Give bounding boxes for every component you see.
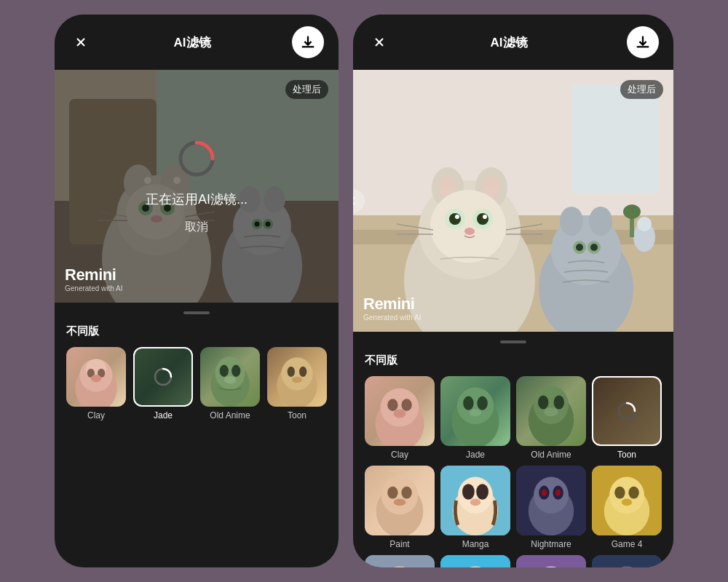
right-filter-nightmare[interactable]: Nightmare	[516, 466, 586, 549]
right-filter-game[interactable]: Game	[592, 555, 662, 567]
right-bottom-panel: 不同版 Clay	[353, 332, 673, 567]
right-thumb-old-anime	[516, 376, 586, 446]
right-download-button[interactable]	[627, 26, 659, 58]
right-filter-jade[interactable]: Jade	[440, 376, 510, 460]
right-close-button[interactable]	[368, 31, 391, 54]
jade-loading-overlay	[135, 348, 191, 405]
filter-thumb-clay	[66, 347, 126, 407]
svg-point-78	[576, 244, 583, 251]
filter-label-jade: Jade	[154, 410, 173, 420]
svg-point-46	[299, 367, 306, 377]
left-remini-logo: Remini Generated with AI	[65, 266, 123, 292]
right-filter-paint[interactable]: Paint	[365, 466, 435, 549]
toon-loading-overlay	[593, 378, 660, 445]
left-download-button[interactable]	[292, 26, 324, 58]
right-filter-toon[interactable]: Toon	[592, 376, 662, 460]
filter-thumb-toon	[267, 347, 327, 407]
right-thumb-nightmare	[516, 466, 586, 535]
filter-label-toon: Toon	[288, 410, 306, 420]
right-drag-handle	[500, 340, 526, 343]
svg-point-87	[401, 399, 411, 411]
right-section-title: 不同版	[365, 354, 662, 367]
svg-point-63	[449, 213, 461, 225]
svg-point-67	[464, 228, 475, 235]
left-bottom-panel: 不同版 Clay	[55, 303, 339, 435]
svg-point-102	[387, 487, 397, 499]
svg-point-85	[381, 388, 419, 427]
right-filter-manga[interactable]: Manga	[440, 466, 510, 549]
svg-rect-124	[365, 555, 435, 567]
cancel-text[interactable]: 取消	[185, 220, 208, 235]
left-phone: AI滤镜	[55, 15, 339, 567]
svg-point-103	[401, 487, 411, 499]
svg-point-40	[220, 365, 229, 377]
svg-point-101	[381, 476, 418, 514]
filter-thumb-jade	[133, 347, 193, 407]
filter-item-clay[interactable]: Clay	[66, 347, 126, 420]
right-cat-image: 处理后 Remini Generated with AI	[353, 70, 673, 332]
left-header-title: AI滤镜	[174, 34, 211, 51]
svg-point-122	[628, 487, 638, 499]
left-filter-grid: Clay Jade	[66, 347, 327, 420]
right-filter-old-anime[interactable]: Old Anime	[516, 376, 586, 460]
svg-point-41	[232, 365, 240, 377]
right-thumb-game	[592, 555, 662, 567]
left-processed-badge: 处理后	[285, 80, 328, 99]
filter-item-jade[interactable]: Jade	[133, 347, 193, 420]
right-thumb-anime	[516, 555, 586, 567]
svg-point-96	[538, 395, 548, 409]
svg-point-81	[637, 217, 652, 231]
right-filter-label-toon: Toon	[617, 450, 636, 460]
svg-point-110	[470, 499, 480, 506]
svg-point-90	[457, 388, 494, 424]
filter-item-toon[interactable]: Toon	[267, 347, 327, 420]
left-image-area: 正在运用AI滤镜... 取消 处理后 Remini Generated with…	[55, 70, 339, 303]
right-thumb-manga	[440, 466, 510, 535]
spinner-icon	[176, 138, 217, 179]
svg-point-113	[534, 477, 569, 514]
svg-point-92	[477, 396, 487, 410]
right-header-title: AI滤镜	[491, 34, 528, 51]
svg-rect-53	[571, 84, 659, 194]
svg-point-45	[288, 367, 295, 377]
right-filter-label-paint: Paint	[389, 539, 409, 549]
right-thumb-paint	[365, 466, 435, 535]
right-header: AI滤镜	[353, 15, 673, 70]
right-filter-grid: Clay Jade	[365, 376, 662, 567]
svg-point-97	[554, 395, 564, 409]
right-thumb-clay	[365, 376, 435, 446]
filter-thumb-old-anime	[200, 347, 260, 407]
right-filter-losangeles[interactable]: Los Angeles	[365, 555, 435, 567]
svg-point-66	[483, 215, 487, 219]
right-thumb-losangeles	[365, 555, 435, 567]
right-filter-label-manga: Manga	[462, 539, 489, 549]
right-filter-clay[interactable]: Clay	[365, 376, 435, 460]
right-processed-badge: 处理后	[620, 80, 663, 99]
processing-text: 正在运用AI滤镜...	[146, 191, 248, 208]
svg-point-47	[292, 377, 302, 383]
drag-handle	[183, 311, 210, 314]
svg-rect-136	[516, 555, 586, 567]
svg-point-39	[215, 356, 245, 389]
screens-container: AI滤镜	[0, 0, 728, 582]
right-filter-anime[interactable]: Anime	[516, 555, 586, 567]
left-close-button[interactable]	[69, 31, 92, 54]
svg-point-108	[462, 484, 475, 500]
svg-point-109	[476, 484, 488, 500]
svg-point-79	[590, 244, 598, 251]
svg-rect-144	[592, 555, 662, 567]
right-filter-game4[interactable]: Game 4	[592, 466, 662, 549]
filter-item-old-anime[interactable]: Old Anime	[200, 347, 260, 420]
right-thumb-jade	[440, 376, 510, 446]
right-filter-miami[interactable]: Miami	[440, 555, 510, 567]
svg-point-123	[622, 499, 632, 506]
svg-point-91	[463, 396, 473, 410]
right-filter-label-game4: Game 4	[612, 539, 643, 549]
svg-point-117	[555, 489, 561, 496]
svg-point-120	[609, 477, 644, 514]
left-cat-image: 正在运用AI滤镜... 取消 处理后 Remini Generated with…	[55, 70, 339, 303]
svg-point-98	[544, 407, 558, 416]
right-thumb-game4	[592, 466, 662, 535]
svg-rect-130	[440, 555, 510, 567]
svg-point-116	[542, 489, 547, 496]
